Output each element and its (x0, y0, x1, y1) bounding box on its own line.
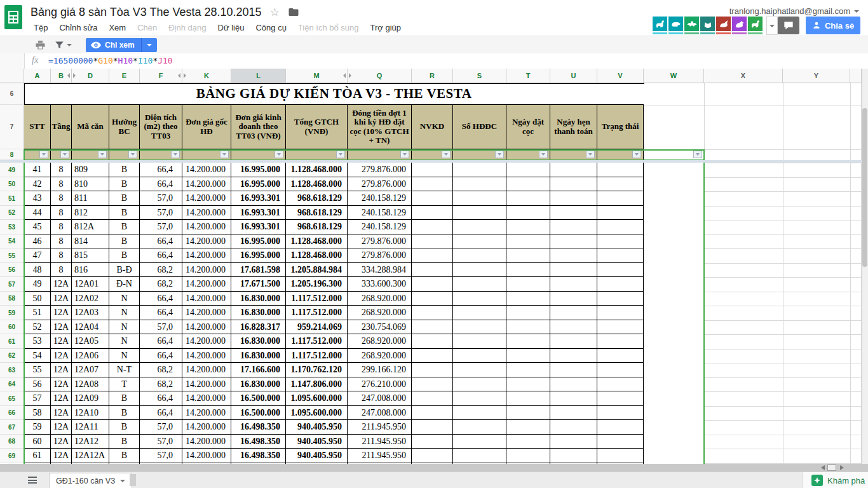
cell-A52[interactable]: 44 (24, 206, 51, 220)
seal-avatar[interactable] (732, 17, 747, 34)
table-title-cell[interactable]: BẢNG GIÁ DỰ KIẾN TÒA V3 - THE VESTA (24, 83, 644, 105)
cell-R67[interactable] (412, 420, 453, 435)
cell-U54[interactable] (550, 234, 597, 248)
cell-T58[interactable] (506, 292, 550, 306)
cell-E66[interactable]: B (109, 406, 140, 420)
view-only-button[interactable]: Chỉ xem (86, 38, 157, 52)
row-header-49[interactable]: 49 (0, 163, 24, 177)
row-header-6[interactable]: 6 (0, 83, 24, 105)
cell-R49[interactable] (412, 163, 453, 177)
cell-F52[interactable]: 57,0 (140, 206, 182, 220)
cell-B60[interactable]: 12A (51, 320, 72, 334)
table-header-S[interactable]: Số HĐĐC (453, 105, 506, 149)
cell-R64[interactable] (412, 377, 453, 391)
cell-S68[interactable] (453, 435, 506, 449)
cell-V53[interactable] (597, 220, 644, 234)
cell-A56[interactable]: 48 (24, 263, 51, 277)
filter-dropdown-button[interactable] (632, 151, 641, 158)
cell-F68[interactable]: 57,0 (140, 435, 182, 449)
column-header-T[interactable]: T (506, 69, 550, 83)
cell-L60[interactable]: 16.828.317 (231, 320, 286, 334)
cell-V64[interactable] (597, 377, 644, 391)
table-header-U[interactable]: Ngày hẹn thanh toán (550, 105, 597, 149)
cell-M66[interactable]: 1.095.600.000 (286, 406, 348, 420)
hidden-columns-left-icon[interactable] (343, 73, 346, 78)
cell-A49[interactable]: 41 (24, 163, 51, 177)
cell-U60[interactable] (550, 320, 597, 334)
cell-U67[interactable] (550, 420, 597, 435)
hidden-columns-right-icon[interactable] (349, 73, 351, 78)
row-header-68[interactable]: 68 (0, 435, 24, 449)
cell-B68[interactable]: 12A (51, 435, 72, 449)
cell-Q53[interactable]: 240.158.129 (348, 220, 412, 234)
star-favorite-icon[interactable]: ☆ (270, 7, 280, 18)
cell-L53[interactable]: 16.993.301 (231, 220, 286, 234)
table-header-K[interactable]: Đơn giá gốc HĐ (182, 105, 231, 149)
filter-dropdown-button[interactable] (171, 151, 180, 158)
cell-E67[interactable]: B (109, 420, 140, 435)
menu-dữ-liệu[interactable]: Dữ liệu (212, 21, 250, 35)
row-header-64[interactable]: 64 (0, 377, 24, 391)
corner-box[interactable] (0, 69, 24, 83)
cell-F60[interactable]: 57,0 (140, 320, 182, 334)
row-header-51[interactable]: 51 (0, 191, 24, 206)
cell-M63[interactable]: 1.170.762.120 (286, 363, 348, 377)
cell-R53[interactable] (412, 220, 453, 234)
cell-F57[interactable]: 68,2 (140, 277, 182, 292)
cell-E69[interactable]: B (109, 449, 140, 463)
cell-U61[interactable] (550, 334, 597, 349)
cell-T63[interactable] (506, 363, 550, 377)
cell-B50[interactable]: 8 (51, 177, 72, 191)
horizontal-scrollbar-thumb[interactable] (827, 464, 836, 471)
cell-T61[interactable] (506, 334, 550, 349)
cell-A54[interactable]: 46 (24, 234, 51, 248)
cell-V49[interactable] (597, 163, 644, 177)
cell-S61[interactable] (453, 334, 506, 349)
row-header-50[interactable]: 50 (0, 177, 24, 191)
column-header-Q[interactable]: Q (348, 69, 412, 83)
bat-avatar[interactable] (684, 17, 699, 34)
cell-L69[interactable]: 16.498.350 (231, 449, 286, 463)
table-header-D[interactable]: Mã căn (72, 105, 109, 149)
filter-dropdown-button[interactable] (98, 151, 107, 158)
cell-K63[interactable]: 14.200.000 (182, 363, 231, 377)
cell-R52[interactable] (412, 206, 453, 220)
cell-K66[interactable]: 14.200.000 (182, 406, 231, 420)
filter-row-cell-K[interactable] (182, 149, 231, 160)
cell-L57[interactable]: 17.671.500 (231, 277, 286, 292)
cell-M57[interactable]: 1.205.196.300 (286, 277, 348, 292)
cell-M56[interactable]: 1.205.884.984 (286, 263, 348, 277)
column-header-X[interactable]: X (704, 69, 783, 83)
cat-avatar[interactable] (653, 17, 667, 34)
column-header-partial[interactable] (850, 69, 862, 83)
column-header-R[interactable]: R (412, 69, 453, 83)
filter-row-cell-R[interactable] (412, 149, 453, 160)
cell-E68[interactable]: B (109, 435, 140, 449)
cell-V59[interactable] (597, 306, 644, 320)
cell-A63[interactable]: 55 (24, 363, 51, 377)
column-header-Y[interactable]: Y (783, 69, 850, 83)
folder-move-icon[interactable] (288, 7, 299, 17)
cell-S52[interactable] (453, 206, 506, 220)
cell-V57[interactable] (597, 277, 644, 292)
filter-dropdown-button[interactable] (39, 151, 48, 158)
cell-Q50[interactable]: 279.876.000 (348, 177, 412, 191)
cell-A60[interactable]: 52 (24, 320, 51, 334)
cell-D69[interactable]: 12A12A (72, 449, 109, 463)
cell-R55[interactable] (412, 248, 453, 263)
filter-row-cell-W[interactable] (644, 149, 704, 160)
cell-L65[interactable]: 16.500.000 (231, 391, 286, 406)
cell-V66[interactable] (597, 406, 644, 420)
filter-dropdown-button[interactable] (336, 151, 345, 158)
cell-K61[interactable]: 14.200.000 (182, 334, 231, 349)
cell-D63[interactable]: 12A07 (72, 363, 109, 377)
cell-M60[interactable]: 959.214.069 (286, 320, 348, 334)
cell-V61[interactable] (597, 334, 644, 349)
cell-S60[interactable] (453, 320, 506, 334)
cell-Q62[interactable]: 268.920.000 (348, 349, 412, 363)
cell-F61[interactable]: 66,4 (140, 334, 182, 349)
cell-K53[interactable]: 14.200.000 (182, 220, 231, 234)
cell-D68[interactable]: 12A12 (72, 435, 109, 449)
cell-M54[interactable]: 1.128.468.000 (286, 234, 348, 248)
cell-Q55[interactable]: 279.876.000 (348, 248, 412, 263)
